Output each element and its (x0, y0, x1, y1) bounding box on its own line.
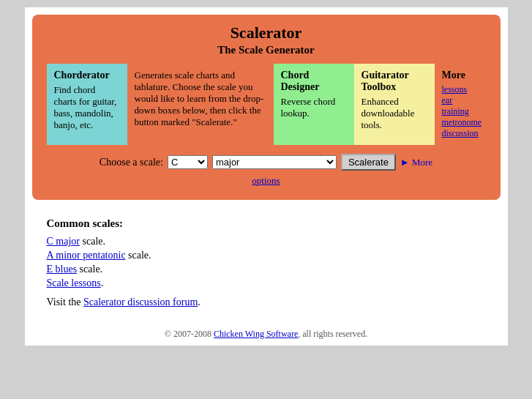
list-item: A minor pentatonic scale. (47, 250, 486, 261)
nav-scalerator-desc: Generates scale charts and tablature. Ch… (127, 64, 274, 145)
a-minor-pentatonic-link[interactable]: A minor pentatonic (47, 250, 126, 261)
visit-line: Visit the Scalerator discussion forum. (47, 297, 486, 308)
controls-row: Choose a scale: C C# D D# E F F# G G# A … (47, 154, 486, 171)
footer-link[interactable]: Chicken Wing Software (214, 329, 298, 339)
list-item: C major scale. (47, 236, 486, 247)
choose-label: Choose a scale: (100, 157, 163, 168)
orange-container: Scalerator The Scale Generator Chorderat… (32, 15, 501, 200)
guitarator-desc: Enhanced downloadable tools. (361, 96, 427, 131)
nav-chord-designer[interactable]: Chord Designer Reverse chord lookup. (274, 64, 354, 145)
type-select[interactable]: major minor pentatonic major pentatonic … (212, 155, 337, 169)
nav-chorderator[interactable]: Chorderator Find chord charts for guitar… (47, 64, 127, 145)
e-blues-link[interactable]: E blues (47, 264, 78, 275)
nav-more: More lessons ear training metronome disc… (435, 64, 486, 145)
list-item: Scale lessons. (47, 277, 486, 289)
content-area: Common scales: C major scale. A minor pe… (25, 207, 508, 323)
scale-lessons-link[interactable]: Scale lessons (47, 277, 101, 288)
chorderator-title: Chorderator (54, 70, 120, 81)
footer: © 2007-2008 Chicken Wing Software, all r… (25, 323, 508, 346)
chorderator-desc: Find chord charts for guitar, bass, mand… (54, 84, 120, 131)
nav-guitarator[interactable]: Guitarator Toolbox Enhanced downloadable… (354, 64, 435, 145)
guitarator-title: Guitarator Toolbox (361, 70, 427, 93)
c-major-link[interactable]: C major (47, 236, 80, 247)
more-link-discussion[interactable]: discussion (442, 128, 479, 139)
common-scales-title: Common scales: (47, 217, 486, 230)
key-select[interactable]: C C# D D# E F F# G G# A A# B (168, 155, 208, 169)
list-item: E blues scale. (47, 264, 486, 275)
options-link[interactable]: options (47, 175, 486, 187)
more-link-lessons[interactable]: lessons (442, 84, 479, 95)
more-link-ear-training[interactable]: ear training (442, 95, 479, 117)
more-link-metronome[interactable]: metronome (442, 117, 479, 128)
discussion-forum-link[interactable]: Scalerator discussion forum (83, 297, 198, 307)
more-button-link[interactable]: More (400, 157, 432, 168)
more-label: More (442, 70, 479, 81)
chord-designer-title: Chord Designer (281, 70, 347, 93)
sub-title: The Scale Generator (47, 44, 486, 56)
common-scales-list: C major scale. A minor pentatonic scale.… (47, 236, 486, 289)
nav-row: Chorderator Find chord charts for guitar… (47, 64, 486, 145)
main-title: Scalerator (47, 23, 486, 42)
chord-designer-desc: Reverse chord lookup. (281, 96, 347, 119)
scalerate-button[interactable]: Scalerate (341, 154, 396, 171)
page-wrapper: Scalerator The Scale Generator Chorderat… (25, 7, 508, 346)
